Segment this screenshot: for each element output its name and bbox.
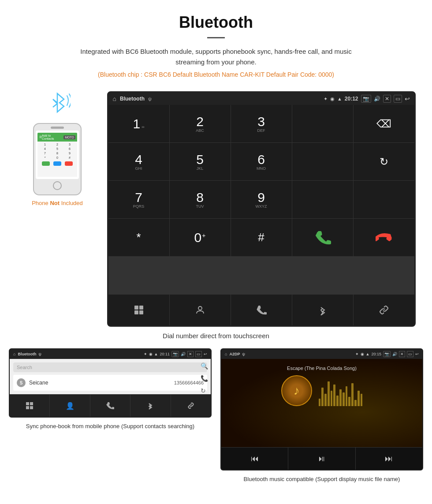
dialpad-key-6[interactable]: 6 MNO: [231, 143, 292, 180]
dialpad-key-hash[interactable]: #: [231, 219, 292, 256]
dialpad-call-red[interactable]: [354, 219, 414, 256]
pb-usb: ψ: [38, 352, 41, 356]
music-next[interactable]: ⏭: [356, 448, 422, 470]
pb-gps: ◉: [149, 352, 153, 356]
bottom-section: ⌂ Bluetooth ψ ✦ ◉ ▲ 20:11 📷 🔊 ✕ ▭ ↩: [9, 348, 423, 484]
dialpad-call-green[interactable]: [292, 219, 353, 256]
contact-number: 13566664466: [174, 380, 204, 385]
pb-back: ↩: [204, 352, 207, 356]
toolbar-bluetooth[interactable]: [292, 295, 354, 325]
dialpad-empty-4: [354, 181, 414, 218]
pb-tb-phone[interactable]: [90, 395, 130, 417]
song-title: Escape (The Pina Colada Song): [287, 366, 357, 371]
header-specs: (Bluetooth chip : CSR BC6 Default Blueto…: [9, 71, 423, 78]
svg-rect-3: [139, 310, 143, 314]
music-playpause[interactable]: ⏯: [288, 448, 355, 470]
phonebook-search-bar[interactable]: Search: [13, 362, 207, 372]
pb-win: ▭: [195, 351, 202, 357]
header-divider: [207, 37, 225, 38]
pb-tb-bluetooth[interactable]: [130, 395, 171, 417]
music-toolbar: ⏮ ⏯ ⏭: [221, 447, 422, 470]
phonebook-status-bar: ⌂ Bluetooth ψ ✦ ◉ ▲ 20:11 📷 🔊 ✕ ▭ ↩: [10, 349, 211, 359]
music-title: A2DP: [229, 352, 240, 356]
car-volume-icon[interactable]: 🔊: [374, 96, 380, 102]
dialpad-key-9[interactable]: 9 WXYZ: [231, 181, 292, 218]
eq-bar-10: [346, 386, 348, 407]
pb-search-icon[interactable]: 🔍: [201, 362, 208, 370]
phone-home-button: [53, 181, 62, 190]
phone-screen-header: ☰ Add to Contacts MOTO: [37, 133, 77, 142]
eq-bar-14: [358, 391, 360, 406]
eq-bar-11: [348, 397, 350, 406]
music-item: ⌂ A2DP ψ ✦ ◉ ▲ 20:15 📷 🔊 ✕ ▭ ↩: [220, 348, 423, 484]
phone-body: ☰ Add to Contacts MOTO 1 2 3 4 5 6: [33, 123, 82, 195]
toolbar-phone[interactable]: [231, 295, 292, 325]
car-screen-container: ⌂ Bluetooth ψ ✦ ◉ ▲ 20:12 📷 🔊 ✕ ▭ ↩: [107, 91, 416, 327]
eq-bar-3: [324, 394, 327, 406]
music-win: ▭: [407, 351, 413, 357]
music-vol: 🔊: [392, 352, 397, 356]
eq-bar-5: [331, 391, 333, 406]
car-back-icon[interactable]: ↩: [405, 95, 410, 102]
music-cam: 📷: [383, 351, 391, 357]
pb-phone-icon[interactable]: 📞: [201, 375, 208, 382]
svg-rect-6: [30, 402, 33, 405]
equalizer: [319, 375, 363, 406]
toolbar-contacts[interactable]: [170, 295, 231, 325]
dialpad-refresh[interactable]: ↻: [354, 143, 414, 180]
eq-bar-6: [333, 385, 335, 406]
pb-bt-icon: ✦: [144, 352, 147, 356]
pb-tb-grid[interactable]: [10, 395, 50, 417]
pb-search-placeholder: Search: [17, 365, 32, 370]
dialpad-empty-3: [292, 181, 353, 218]
dialpad-key-8[interactable]: 8 TUV: [170, 181, 231, 218]
dialpad-key-4[interactable]: 4 GHI: [108, 143, 169, 180]
car-home-icon[interactable]: ⌂: [113, 95, 116, 102]
music-home-icon[interactable]: ⌂: [225, 352, 227, 356]
music-usb: ψ: [242, 352, 245, 356]
svg-rect-5: [26, 402, 29, 405]
eq-bar-13: [354, 400, 357, 406]
dialpad-key-3[interactable]: 3 DEF: [231, 105, 292, 142]
middle-section: ☰ Add to Contacts MOTO 1 2 3 4 5 6: [9, 91, 423, 327]
phonebook-caption: Sync phone-book from mobile phone (Suppo…: [26, 422, 194, 431]
dialpad-key-1[interactable]: 1 ∞: [108, 105, 169, 142]
music-note-icon: ♪: [294, 384, 300, 398]
phone-not-included-label: Phone Not Included: [32, 200, 83, 206]
dialpad-key-2[interactable]: 2 ABC: [170, 105, 231, 142]
contact-name: Seicane: [29, 380, 171, 386]
dialpad-key-5[interactable]: 5 JKL: [170, 143, 231, 180]
eq-bar-7: [336, 396, 339, 407]
pb-title: Bluetooth: [18, 352, 36, 356]
eq-bar-12: [351, 383, 354, 407]
page-title: Bluetooth: [9, 13, 423, 32]
car-close-icon[interactable]: ✕: [383, 95, 391, 103]
pb-tb-link[interactable]: [171, 395, 211, 417]
dialpad-key-0[interactable]: 0 +: [170, 219, 231, 256]
music-bt: ✦: [355, 352, 359, 356]
dialpad-backspace[interactable]: ⌫: [354, 105, 414, 142]
car-camera-icon[interactable]: 📷: [361, 95, 371, 103]
music-gps: ◉: [361, 352, 364, 356]
phone-screen: ☰ Add to Contacts MOTO 1 2 3 4 5 6: [36, 131, 79, 179]
car-screen-title: Bluetooth: [120, 96, 145, 102]
dialpad-key-7[interactable]: 7 PQRS: [108, 181, 169, 218]
dialpad: 1 ∞ 2 ABC 3 DEF: [108, 105, 414, 294]
pb-tb-person[interactable]: 👤: [50, 395, 90, 417]
music-close: ✕: [399, 351, 405, 357]
pb-refresh-icon[interactable]: ↻: [201, 387, 208, 394]
music-prev[interactable]: ⏮: [221, 448, 288, 470]
car-window-icon[interactable]: ▭: [394, 95, 402, 103]
pb-home-icon[interactable]: ⌂: [13, 352, 15, 356]
car-usb-icon: ψ: [148, 96, 152, 101]
phonebook-contact[interactable]: S Seicane 13566664466: [13, 375, 207, 391]
svg-rect-7: [26, 406, 29, 409]
toolbar-grid[interactable]: [108, 295, 170, 325]
dialpad-key-star[interactable]: *: [108, 219, 169, 256]
dialpad-empty-2: [292, 143, 353, 180]
toolbar-link[interactable]: [354, 295, 414, 325]
phonebook-body: Search S Seicane 13566664466 🔍 📞 ↻: [10, 359, 211, 394]
page-header: Bluetooth Integrated with BC6 Bluetooth …: [0, 0, 432, 82]
car-toolbar: [108, 294, 414, 325]
music-signal: ▲: [366, 352, 370, 356]
